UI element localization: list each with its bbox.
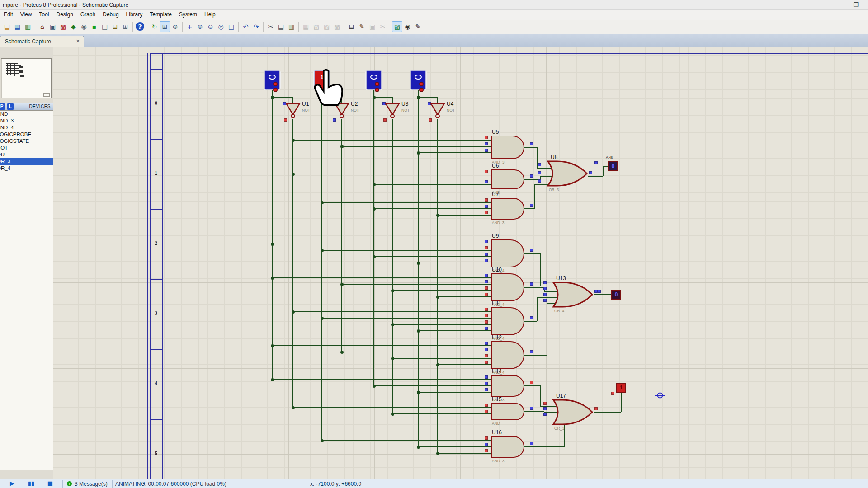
and-gate-u5[interactable] [491, 136, 524, 159]
and-gate-u16[interactable] [491, 436, 524, 458]
wire[interactable] [603, 166, 608, 167]
move-block-icon[interactable]: ▧ [311, 21, 321, 32]
property-assign-icon[interactable]: ✎ [413, 21, 423, 32]
wire[interactable] [540, 253, 541, 286]
wire[interactable] [322, 250, 491, 251]
pick-device-icon[interactable]: ⊟ [346, 21, 357, 32]
wire[interactable] [438, 453, 491, 454]
wire[interactable] [272, 345, 491, 346]
logic-probe[interactable]: 1 [616, 383, 626, 393]
home-icon[interactable]: ⌂ [37, 21, 47, 32]
wire[interactable] [621, 393, 622, 412]
wire[interactable] [293, 311, 491, 312]
logic-probe[interactable]: 0 [608, 161, 618, 171]
open-file-icon[interactable]: ▤ [2, 21, 12, 32]
and-gate-u9[interactable] [491, 239, 524, 267]
message-count[interactable]: 3 Message(s) [75, 481, 108, 487]
zoom-out-icon[interactable]: ⊖ [205, 21, 216, 32]
source-icon[interactable]: ◆ [68, 21, 79, 32]
notes-icon[interactable]: ⊞ [120, 21, 131, 32]
device-item-or_4[interactable]: OR_4 [0, 165, 53, 172]
wire[interactable] [524, 253, 529, 254]
logicstate-toggle[interactable] [366, 70, 382, 90]
wire[interactable] [392, 324, 491, 325]
wire[interactable] [418, 392, 491, 393]
meter-icon[interactable]: ⊟ [110, 21, 120, 32]
make-device-icon[interactable]: ✎ [357, 21, 367, 32]
wire[interactable] [594, 412, 621, 413]
redraw-icon[interactable]: ↻ [149, 21, 160, 32]
wire[interactable] [293, 174, 491, 174]
or-gate-u17[interactable] [551, 399, 594, 425]
and-gate-u12[interactable] [491, 341, 524, 369]
wire-autoroute-icon[interactable]: ▨ [392, 21, 402, 32]
decompose-icon[interactable]: ✂ [377, 21, 388, 32]
pcb-layout-icon[interactable]: ▩ [58, 21, 68, 32]
wire[interactable] [540, 176, 541, 179]
wire[interactable] [374, 97, 392, 98]
wire[interactable] [529, 411, 544, 412]
schematic-mode-icon[interactable]: ▣ [47, 21, 58, 32]
logicstate-toggle[interactable] [264, 70, 280, 90]
zoom-area-icon[interactable]: □ [226, 21, 236, 32]
devices-list[interactable]: ANDAND_3AND_4LOGICPROBELOGICSTATENOTOROR… [0, 110, 53, 470]
wire[interactable] [588, 176, 603, 177]
wire[interactable] [272, 244, 491, 244]
menu-help[interactable]: Help [201, 10, 219, 20]
redo-icon[interactable]: ↷ [251, 21, 261, 32]
wire[interactable] [524, 147, 529, 148]
wire[interactable] [529, 321, 537, 322]
wire[interactable] [321, 90, 322, 441]
wire[interactable] [537, 298, 538, 321]
pan-icon[interactable]: + [184, 21, 195, 32]
wire[interactable] [529, 385, 541, 386]
wire[interactable] [534, 184, 535, 209]
wire[interactable] [524, 355, 529, 356]
wire[interactable] [293, 407, 491, 408]
wire[interactable] [547, 304, 547, 355]
wire[interactable] [540, 386, 541, 407]
menu-view[interactable]: View [17, 10, 36, 20]
wire[interactable] [341, 119, 342, 352]
play-button[interactable]: ▶ [6, 479, 18, 488]
wire[interactable] [342, 352, 491, 352]
delete-block-icon[interactable]: ▩ [332, 21, 342, 32]
maximize-button[interactable]: ❒ [848, 1, 863, 9]
wire[interactable] [322, 440, 491, 441]
wire[interactable] [392, 97, 393, 103]
menu-edit[interactable]: Edit [0, 10, 17, 20]
wire[interactable] [438, 364, 491, 365]
wire[interactable] [438, 215, 491, 216]
wire[interactable] [374, 385, 491, 386]
device-item-logicstate[interactable]: LOGICSTATE [0, 138, 53, 145]
wire[interactable] [272, 97, 293, 98]
wire[interactable] [437, 119, 438, 453]
zoom-all-icon[interactable]: ◎ [216, 21, 226, 32]
pause-button[interactable]: ▮▮ [25, 479, 37, 488]
wire[interactable] [437, 97, 438, 103]
wire[interactable] [272, 379, 491, 380]
and-gate-u6[interactable] [491, 169, 524, 189]
import-icon[interactable]: ▥ [23, 21, 33, 32]
wire[interactable] [418, 330, 491, 331]
wire[interactable] [392, 290, 491, 291]
gear-icon[interactable]: ◉ [79, 21, 89, 32]
menu-design[interactable]: Design [53, 10, 77, 20]
device-item-and_3[interactable]: AND_3 [0, 117, 53, 124]
stop-button[interactable]: ■ [44, 479, 56, 488]
menu-graph[interactable]: Graph [77, 10, 99, 20]
device-item-not[interactable]: NOT [0, 145, 53, 151]
menu-tool[interactable]: Tool [35, 10, 52, 20]
tab-schematic-capture[interactable]: Schematic Capture ✕ [0, 36, 84, 47]
grid-toggle-icon[interactable]: ⊞ [160, 21, 170, 32]
undo-icon[interactable]: ↶ [241, 21, 251, 32]
wire[interactable] [392, 413, 491, 414]
copy-block-icon[interactable]: ▦ [301, 21, 311, 32]
wire[interactable] [272, 277, 491, 278]
device-item-or_3[interactable]: OR_3 [0, 158, 53, 165]
minimize-button[interactable]: – [829, 1, 844, 9]
wire[interactable] [322, 318, 491, 319]
device-item-or[interactable]: OR [0, 151, 53, 158]
wire[interactable] [603, 166, 604, 176]
wire[interactable] [292, 119, 293, 408]
